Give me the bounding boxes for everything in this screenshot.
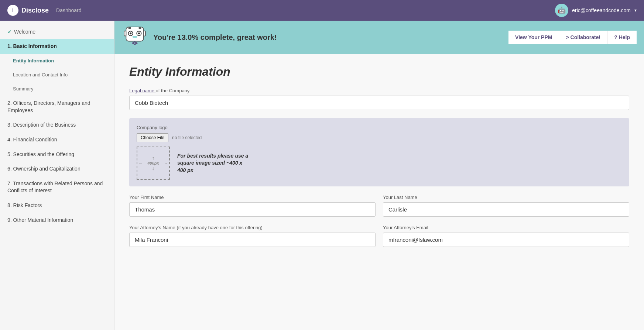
arrow-down-icon: ↓ [152, 165, 155, 171]
progress-text: You're 13.0% complete, great work! [153, 33, 503, 42]
main-layout: ✔ Welcome 1. Basic Information Entity In… [0, 21, 644, 330]
dashboard-link[interactable]: Dashboard [56, 7, 82, 13]
svg-point-11 [134, 42, 136, 44]
arrow-lr: ← 400px → [137, 161, 169, 165]
first-name-label: Your First Name [129, 195, 376, 200]
welcome-label: Welcome [14, 29, 35, 35]
attorney-row: Your Attorney's Name (if you already hav… [129, 225, 629, 247]
name-row: Your First Name Your Last Name [129, 195, 629, 217]
file-row: Choose File no file selected [137, 133, 622, 142]
app-logo[interactable]: i Disclose [7, 5, 49, 16]
svg-rect-6 [139, 27, 141, 29]
attorney-email-group: Your Attorney's Email [383, 225, 629, 247]
legal-name-link[interactable]: Legal name [129, 88, 156, 93]
last-name-group: Your Last Name [383, 195, 629, 217]
dropdown-arrow-icon[interactable]: ▾ [634, 8, 637, 13]
collaborate-button[interactable]: > Collaborate! [559, 31, 607, 44]
image-preview-area: ↑ ← 400px → ↓ For best results please us… [137, 147, 622, 180]
sidebar: ✔ Welcome 1. Basic Information Entity In… [0, 21, 114, 330]
app-name: Disclose [21, 7, 49, 14]
top-nav: i Disclose Dashboard 🤖 eric@coffeeandcod… [0, 0, 644, 21]
last-name-label: Your Last Name [383, 195, 629, 200]
sidebar-item-financial[interactable]: 4. Financial Condition [0, 133, 114, 147]
view-ppm-button[interactable]: View Your PPM [508, 31, 559, 44]
legal-name-input[interactable] [129, 96, 629, 110]
sidebar-item-entity-info[interactable]: Entity Information [0, 54, 114, 68]
svg-rect-9 [144, 31, 145, 36]
form-area: Entity Information Legal name of the Com… [114, 54, 644, 330]
svg-point-3 [130, 32, 131, 34]
check-icon: ✔ [7, 29, 12, 35]
sidebar-item-summary[interactable]: Summary [0, 82, 114, 96]
sidebar-item-risk[interactable]: 8. Risk Factors [0, 198, 114, 213]
sidebar-item-officers[interactable]: 2. Officers, Directors, Managers and Emp… [0, 96, 114, 118]
sidebar-item-transactions[interactable]: 7. Transactions with Related Persons and… [0, 176, 114, 198]
arrow-up-icon: ↑ [152, 155, 155, 161]
banner-actions: View Your PPM > Collaborate! ? Help [508, 31, 637, 44]
image-hint: For best results please use a square ima… [177, 152, 251, 174]
svg-point-4 [138, 32, 140, 34]
legal-name-group: Legal name of the Company. [129, 88, 629, 110]
svg-rect-5 [129, 27, 131, 29]
no-file-text: no file selected [172, 135, 202, 140]
main-content: You're 13.0% complete, great work! View … [114, 21, 644, 330]
first-name-input[interactable] [129, 202, 376, 217]
logo-upload-label: Company logo [137, 125, 622, 130]
sidebar-item-welcome[interactable]: ✔ Welcome [0, 24, 114, 39]
attorney-name-label: Your Attorney's Name (if you already hav… [129, 225, 376, 230]
attorney-email-label: Your Attorney's Email [383, 225, 629, 230]
sidebar-item-description[interactable]: 3. Description of the Business [0, 118, 114, 133]
sidebar-item-securities[interactable]: 5. Securities and the Offering [0, 147, 114, 162]
bot-icon [122, 24, 148, 50]
last-name-input[interactable] [383, 202, 629, 217]
nav-left: i Disclose Dashboard [7, 5, 82, 16]
attorney-email-input[interactable] [383, 233, 629, 247]
user-avatar: 🤖 [555, 4, 568, 17]
svg-rect-7 [133, 36, 137, 38]
form-title: Entity Information [129, 65, 629, 79]
progress-banner: You're 13.0% complete, great work! View … [114, 21, 644, 54]
svg-rect-8 [124, 31, 126, 36]
attorney-name-group: Your Attorney's Name (if you already hav… [129, 225, 376, 247]
attorney-name-input[interactable] [129, 233, 376, 247]
user-email: eric@coffeeandcode.com [572, 7, 631, 13]
image-preview-box: ↑ ← 400px → ↓ [137, 147, 170, 180]
legal-name-label: Legal name of the Company. [129, 88, 629, 93]
sidebar-item-basic-info[interactable]: 1. Basic Information [0, 39, 114, 54]
nav-right: 🤖 eric@coffeeandcode.com ▾ [555, 4, 637, 17]
sidebar-item-location[interactable]: Location and Contact Info [0, 68, 114, 82]
first-name-group: Your First Name [129, 195, 376, 217]
help-button[interactable]: ? Help [607, 31, 637, 44]
logo-upload-area: Company logo Choose File no file selecte… [129, 118, 629, 186]
logo-icon: i [7, 5, 18, 16]
choose-file-button[interactable]: Choose File [137, 133, 168, 142]
sidebar-item-ownership[interactable]: 6. Ownership and Capitalization [0, 162, 114, 176]
sidebar-item-other[interactable]: 9. Other Material Information [0, 213, 114, 228]
